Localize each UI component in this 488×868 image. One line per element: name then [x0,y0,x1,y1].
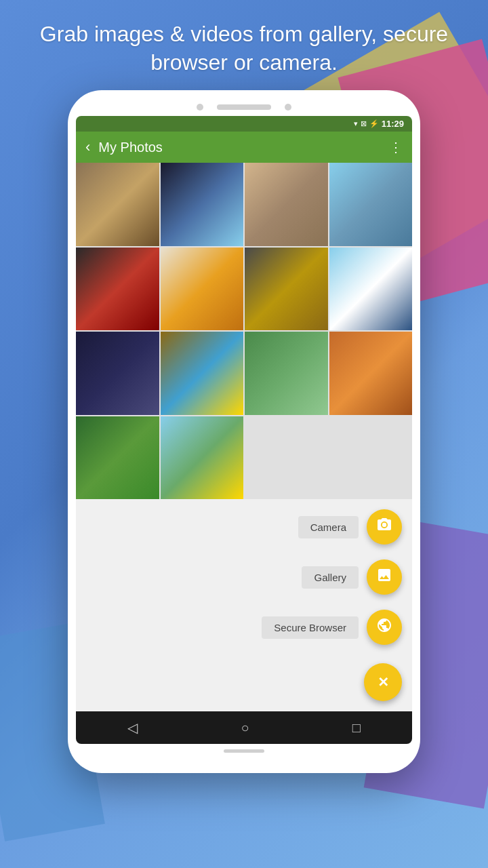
front-camera [197,104,203,111]
speaker-grill [217,104,271,110]
status-time: 11:29 [382,119,404,129]
close-icon: ✕ [378,674,389,690]
browser-fab-button[interactable] [367,610,402,645]
status-bar: ▾ ⊠ ⚡ 11:29 [76,116,412,132]
nav-bar: ◁ ○ □ [76,711,412,744]
photo-cell-8[interactable] [329,248,413,331]
photo-image-6 [161,248,244,331]
photo-image-14 [161,416,244,500]
photo-cell-2[interactable] [161,163,244,246]
photo-cell-13[interactable] [76,416,159,500]
camera-fab-button[interactable] [367,509,402,545]
photo-cell-7[interactable] [245,248,328,331]
photo-cell-9[interactable] [76,332,159,415]
photo-image-11 [245,332,328,415]
signal-icon: ⊠ [361,119,367,128]
photo-cell-3[interactable] [245,163,328,246]
gallery-fab-button[interactable] [367,559,402,595]
fab-area: Camera Gallery [76,499,412,711]
photo-cell-10[interactable] [161,332,244,415]
status-icons: ▾ ⊠ ⚡ 11:29 [354,119,404,129]
nav-recents-button[interactable]: □ [352,720,361,736]
photo-image-4 [329,163,413,246]
photo-cell-6[interactable] [161,248,244,331]
photo-image-8 [329,248,413,331]
battery-icon: ⚡ [369,119,379,128]
overflow-menu-button[interactable]: ⋮ [389,139,403,155]
phone-bottom [76,749,412,753]
sensor-dot [285,104,291,111]
close-fab-button[interactable]: ✕ [364,663,402,701]
wifi-icon: ▾ [354,119,358,128]
nav-home-button[interactable]: ○ [241,720,249,736]
phone-frame: ▾ ⊠ ⚡ 11:29 ‹ My Photos ⋮ [68,90,420,773]
photo-cell-14[interactable] [161,416,244,500]
photo-cell-4[interactable] [329,163,413,246]
photo-image-12 [329,332,413,415]
gallery-fab-row: Gallery [86,559,402,595]
app-bar: ‹ My Photos ⋮ [76,132,412,163]
photo-cell-1[interactable] [76,163,159,246]
browser-icon [376,617,392,637]
header-title: Grab images & videos from gallery, secur… [0,0,488,90]
photo-image-1 [76,163,159,246]
phone-top-bar [76,104,412,111]
nav-back-button[interactable]: ◁ [127,719,138,736]
photo-image-3 [245,163,328,246]
photo-image-9 [76,332,159,415]
photo-cell-12[interactable] [329,332,413,415]
camera-fab-label: Camera [298,516,359,538]
gallery-fab-label: Gallery [302,566,359,589]
photo-image-13 [76,416,159,500]
photo-image-5 [76,248,159,331]
photo-image-7 [245,248,328,331]
app-title: My Photos [98,140,381,155]
photo-grid [76,163,412,499]
screen: ▾ ⊠ ⚡ 11:29 ‹ My Photos ⋮ [76,116,412,744]
browser-fab-row: Secure Browser [86,610,402,645]
photo-image-10 [161,332,244,415]
back-button[interactable]: ‹ [85,138,90,156]
gallery-icon [376,567,392,587]
photo-cell-11[interactable] [245,332,328,415]
camera-fab-row: Camera [86,509,402,545]
phone-home-bar [224,749,264,753]
camera-icon [376,517,392,537]
photo-cell-5[interactable] [76,248,159,331]
photo-image-2 [161,163,244,246]
browser-fab-label: Secure Browser [262,616,359,639]
